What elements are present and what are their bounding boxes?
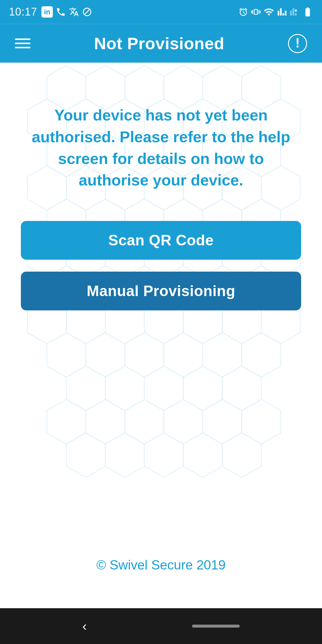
- app-header: Not Provisioned !: [0, 24, 322, 63]
- home-pill[interactable]: [192, 625, 240, 628]
- info-button[interactable]: !: [288, 34, 307, 53]
- status-bar: 10:17 in: [0, 0, 322, 24]
- linkedin-icon: in: [41, 6, 53, 18]
- status-icons-right: [239, 7, 313, 17]
- status-left: 10:17 in: [9, 6, 92, 18]
- battery-icon: [302, 7, 313, 17]
- menu-button[interactable]: [15, 38, 30, 48]
- translate-icon: [69, 7, 79, 17]
- bottom-navigation: ‹: [0, 608, 322, 644]
- back-button[interactable]: ‹: [82, 619, 87, 634]
- signal-x-icon: [290, 7, 299, 17]
- alarm-icon: [239, 7, 248, 17]
- vibrate-icon: [251, 7, 261, 17]
- signal-icon: [277, 7, 287, 17]
- scan-qr-button[interactable]: Scan QR Code: [21, 221, 301, 260]
- content-area: Your device has not yet been authorised.…: [0, 63, 322, 608]
- wifi-icon: [264, 7, 274, 17]
- info-icon: !: [295, 36, 300, 49]
- footer-copyright: © Swivel Secure 2019: [96, 558, 226, 572]
- main-message: Your device has not yet been authorised.…: [27, 104, 295, 191]
- block-icon: [82, 7, 92, 17]
- manual-provisioning-button[interactable]: Manual Provisioning: [21, 272, 301, 310]
- page-title: Not Provisioned: [94, 34, 225, 53]
- status-time: 10:17: [9, 6, 37, 18]
- main-content: Your device has not yet been authorised.…: [0, 63, 322, 608]
- status-icons-left: in: [41, 6, 92, 18]
- phone-icon: [56, 7, 66, 17]
